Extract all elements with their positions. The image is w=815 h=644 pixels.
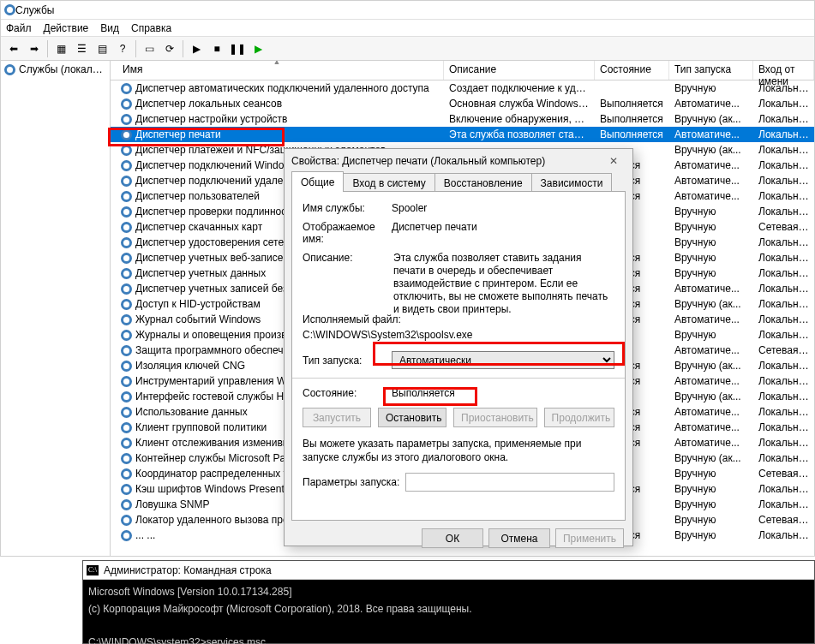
titlebar: Службы bbox=[1, 1, 814, 20]
gear-icon bbox=[121, 484, 132, 495]
cancel-button[interactable]: Отмена bbox=[488, 528, 550, 548]
apply-button[interactable]: Применить bbox=[555, 528, 624, 548]
service-start: Вручную (ак... bbox=[669, 144, 753, 156]
pause-button[interactable]: Приостановить bbox=[453, 408, 537, 427]
ok-button[interactable]: ОК bbox=[422, 528, 483, 548]
toolbar: ⬅ ➡ ▦ ☰ ▤ ? ▭ ⟳ ▶ ■ ❚❚ ▶ bbox=[1, 37, 814, 61]
gear-icon bbox=[121, 407, 132, 418]
service-name: Диспетчер настройки устройств bbox=[135, 113, 287, 125]
gear-icon bbox=[121, 191, 132, 202]
help-button[interactable]: ? bbox=[113, 39, 132, 58]
label-service-name: Имя службы: bbox=[303, 202, 392, 214]
tree-root-label: Службы (локальные) bbox=[19, 63, 105, 75]
service-start: Вручную bbox=[669, 221, 753, 233]
startup-type-select[interactable]: Автоматически bbox=[392, 351, 614, 369]
table-row[interactable]: Диспетчер автоматических подключений уда… bbox=[111, 80, 814, 96]
service-logon: Локальная система bbox=[753, 329, 814, 341]
gear-icon bbox=[121, 345, 132, 356]
service-logon: Локальная система bbox=[753, 175, 814, 187]
back-button[interactable]: ⬅ bbox=[4, 39, 23, 58]
restart-icon[interactable]: ▶ bbox=[249, 39, 267, 58]
service-name: Клиент групповой политики bbox=[135, 421, 267, 433]
service-start: Вручную bbox=[669, 267, 753, 279]
table-row[interactable]: Диспетчер локальных сеансовОсновная служ… bbox=[111, 96, 814, 111]
gear-icon bbox=[121, 468, 132, 480]
forward-button[interactable]: ➡ bbox=[25, 39, 44, 58]
console-titlebar: C:\ Администратор: Командная строка bbox=[83, 561, 814, 580]
col-state[interactable]: Состояние bbox=[595, 61, 669, 80]
gear-icon bbox=[121, 268, 132, 279]
label-startup-type: Тип запуска: bbox=[303, 355, 392, 367]
gear-icon bbox=[121, 438, 132, 449]
tab-deps[interactable]: Зависимости bbox=[531, 173, 613, 192]
service-logon: Локальная система bbox=[753, 144, 814, 156]
tree-root[interactable]: Службы (локальные) bbox=[3, 63, 108, 76]
gear-icon bbox=[121, 160, 132, 171]
console-body[interactable]: Microsoft Windows [Version 10.0.17134.28… bbox=[83, 580, 814, 644]
details-button[interactable]: ▭ bbox=[140, 39, 159, 58]
col-name[interactable]: Имя▲ bbox=[111, 61, 444, 80]
service-start: Вручную bbox=[669, 206, 753, 218]
export-button[interactable]: ▤ bbox=[93, 39, 111, 58]
tree-pane: Службы (локальные) bbox=[1, 61, 111, 556]
menu-help[interactable]: Справка bbox=[131, 22, 171, 34]
stop-icon[interactable]: ■ bbox=[207, 39, 226, 58]
control-button-row: Запустить Остановить Приостановить Продо… bbox=[303, 408, 614, 427]
service-desc: Основная служба Windows, ... bbox=[444, 98, 595, 110]
stop-button[interactable]: Остановить bbox=[378, 408, 446, 427]
gear-icon bbox=[121, 453, 132, 464]
resume-button[interactable]: Продолжить bbox=[544, 408, 614, 427]
col-desc[interactable]: Описание bbox=[444, 61, 595, 80]
service-start: Вручную bbox=[669, 498, 753, 510]
service-start: Вручную (ак... bbox=[669, 452, 753, 464]
console-title: Администратор: Командная строка bbox=[104, 564, 272, 576]
service-logon: Локальная система bbox=[753, 406, 814, 418]
refresh-button[interactable]: ⟳ bbox=[160, 39, 179, 58]
dialog-buttons: ОК Отмена Применить bbox=[285, 528, 632, 555]
service-start: Вручную bbox=[669, 529, 753, 541]
tab-general[interactable]: Общие bbox=[291, 171, 344, 192]
service-start: Автоматиче... bbox=[669, 344, 753, 356]
service-name: Диспетчер автоматических подключений уда… bbox=[135, 82, 429, 94]
tab-content: Имя службы: Spooler Отображаемое имя: Ди… bbox=[291, 191, 626, 521]
service-name: Изоляция ключей CNG bbox=[135, 360, 245, 372]
gear-icon bbox=[121, 206, 132, 218]
service-name: Доступ к HID-устройствам bbox=[135, 298, 261, 310]
service-logon: Локальная система bbox=[753, 360, 814, 372]
gear-icon bbox=[121, 361, 132, 372]
service-name: Ловушка SNMP bbox=[135, 498, 209, 510]
service-state: Выполняется bbox=[595, 128, 669, 140]
gear-icon bbox=[121, 129, 132, 140]
gear-icon bbox=[121, 83, 132, 94]
params-input[interactable] bbox=[405, 473, 614, 492]
gear-icon bbox=[121, 145, 132, 156]
col-logon[interactable]: Вход от имени bbox=[753, 61, 814, 80]
pause-icon[interactable]: ❚❚ bbox=[228, 39, 247, 58]
gear-icon bbox=[121, 237, 132, 248]
service-logon: Локальная система bbox=[753, 437, 814, 449]
menu-view[interactable]: Вид bbox=[100, 22, 119, 34]
gear-icon bbox=[121, 515, 132, 526]
service-logon: Локальная система bbox=[753, 236, 814, 248]
show-hide-button[interactable]: ▦ bbox=[51, 39, 70, 58]
service-start: Автоматиче... bbox=[669, 313, 753, 325]
service-start: Автоматиче... bbox=[669, 421, 753, 433]
table-row[interactable]: Диспетчер печатиЭта служба позволяет ста… bbox=[111, 127, 814, 142]
col-start[interactable]: Тип запуска bbox=[669, 61, 753, 80]
menu-action[interactable]: Действие bbox=[44, 22, 89, 34]
gear-icon bbox=[121, 530, 132, 541]
properties-button[interactable]: ☰ bbox=[72, 39, 91, 58]
service-name: Диспетчер учетных веб-записей bbox=[135, 252, 289, 264]
menu-file[interactable]: Файл bbox=[6, 22, 32, 34]
table-row[interactable]: Диспетчер настройки устройствВключение о… bbox=[111, 111, 814, 127]
close-icon[interactable]: ✕ bbox=[602, 152, 626, 170]
tab-recovery[interactable]: Восстановление bbox=[434, 173, 532, 192]
service-start: Автоматиче... bbox=[669, 406, 753, 418]
play-icon[interactable]: ▶ bbox=[187, 39, 206, 58]
start-button[interactable]: Запустить bbox=[303, 408, 371, 427]
service-logon: Локальная система bbox=[753, 283, 814, 295]
tab-logon[interactable]: Вход в систему bbox=[343, 173, 434, 192]
tabstrip: Общие Вход в систему Восстановление Зави… bbox=[285, 173, 632, 192]
dialog-title: Свойства: Диспетчер печати (Локальный ко… bbox=[291, 155, 545, 167]
service-logon: Локальная система bbox=[753, 483, 814, 495]
